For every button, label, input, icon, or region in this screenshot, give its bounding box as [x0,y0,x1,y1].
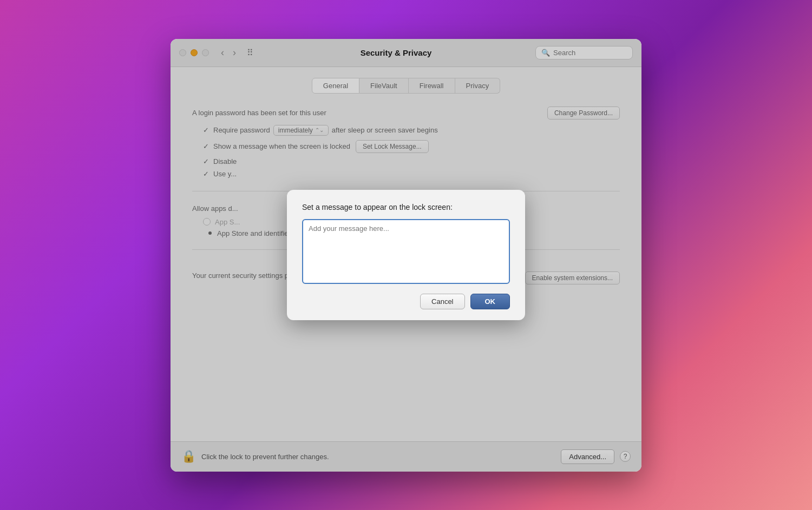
modal-title: Set a message to appear on the lock scre… [302,203,510,211]
modal-textarea[interactable] [302,219,510,284]
modal-overlay: Set a message to appear on the lock scre… [171,39,641,472]
cancel-button[interactable]: Cancel [420,294,464,309]
main-window: ‹ › ⠿ Security & Privacy 🔍 General FileV… [171,39,641,472]
ok-button[interactable]: OK [470,294,510,309]
modal-buttons: Cancel OK [302,294,510,309]
lock-message-modal: Set a message to appear on the lock scre… [287,190,525,320]
